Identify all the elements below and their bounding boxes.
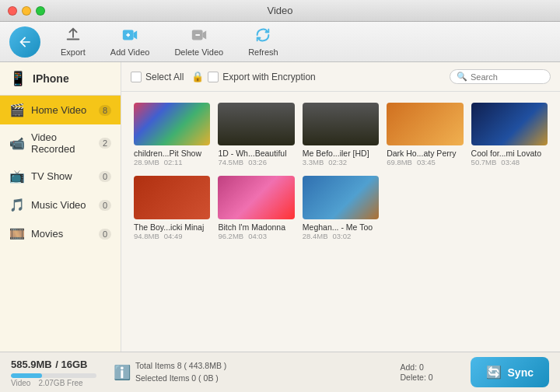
video-thumbnail bbox=[387, 103, 463, 145]
video-meta: 96.2MB04:03 bbox=[218, 232, 294, 240]
video-recorded-count: 2 bbox=[99, 138, 111, 149]
video-grid: children...Pit Show28.9MB02:111D - Wh...… bbox=[121, 92, 560, 352]
add-video-button[interactable]: Add Video bbox=[100, 23, 161, 60]
video-meta: 74.5MB03:26 bbox=[218, 158, 294, 166]
video-meta: 28.4MB03:02 bbox=[303, 232, 379, 240]
status-center: ℹ️ Total Items 8 ( 443.8MB ) Selected It… bbox=[104, 360, 401, 385]
video-item[interactable]: Me Befo...iler [HD]3.3MB02:32 bbox=[303, 103, 379, 166]
close-button[interactable] bbox=[8, 6, 17, 16]
add-count: 0 bbox=[419, 362, 424, 372]
video-item[interactable]: Cool for...mi Lovato50.7MB03:48 bbox=[471, 103, 548, 166]
add-label: Add: bbox=[401, 362, 418, 372]
video-title: Bitch I'm Madonna bbox=[218, 222, 294, 232]
video-title: The Boy...icki Minaj bbox=[134, 222, 210, 232]
music-video-icon: 🎵 bbox=[9, 198, 25, 212]
back-button[interactable] bbox=[9, 26, 40, 58]
sidebar-item-music-video[interactable]: 🎵 Music Video 0 bbox=[0, 191, 121, 219]
add-video-label: Add Video bbox=[110, 47, 150, 57]
video-size: 69.8MB bbox=[387, 158, 412, 166]
export-enc-checkbox[interactable] bbox=[208, 72, 219, 82]
refresh-icon bbox=[254, 26, 271, 46]
video-size: 28.4MB bbox=[303, 232, 328, 240]
video-thumbnail bbox=[471, 103, 548, 145]
sidebar-item-tv-show[interactable]: 📺 TV Show 0 bbox=[0, 162, 121, 191]
video-duration: 02:32 bbox=[328, 158, 347, 166]
select-all-area[interactable]: Select All bbox=[131, 72, 184, 82]
tv-show-label: TV Show bbox=[31, 170, 93, 182]
tv-show-count: 0 bbox=[99, 171, 111, 182]
movies-icon: 🎞️ bbox=[9, 226, 25, 241]
delete-count: 0 bbox=[429, 373, 433, 382]
search-input[interactable] bbox=[471, 72, 544, 82]
export-button[interactable]: Export bbox=[50, 23, 96, 60]
video-title: Dark Ho...aty Perry bbox=[387, 149, 463, 158]
sync-button[interactable]: 🔄 Sync bbox=[471, 357, 549, 387]
storage-used: 585.9MB bbox=[11, 359, 52, 370]
main-area: 📱 IPhone 🎬 Home Video 8 📹 Video Recorded… bbox=[0, 62, 560, 352]
video-meta: 3.3MB02:32 bbox=[303, 158, 379, 166]
video-title: Me Befo...iler [HD] bbox=[303, 149, 379, 158]
video-meta: 50.7MB03:48 bbox=[471, 158, 548, 166]
add-status: Add: 0 bbox=[401, 362, 463, 372]
video-item[interactable]: 1D - Wh...Beautiful74.5MB03:26 bbox=[218, 103, 294, 166]
video-size: 96.2MB bbox=[218, 232, 243, 240]
export-label: Export bbox=[61, 47, 86, 57]
video-meta: 28.9MB02:11 bbox=[134, 158, 210, 166]
content-area: Select All 🔒 Export with Encryption 🔍 ch… bbox=[121, 62, 560, 352]
sidebar-item-home-video[interactable]: 🎬 Home Video 8 bbox=[0, 96, 121, 124]
maximize-button[interactable] bbox=[36, 6, 45, 16]
statusbar: 585.9MB / 16GB Video 2.07GB Free ℹ️ Tota… bbox=[0, 352, 560, 392]
video-size: 50.7MB bbox=[471, 158, 497, 166]
video-meta: 69.8MB03:45 bbox=[387, 158, 463, 166]
video-size: 94.8MB bbox=[134, 232, 159, 240]
refresh-button[interactable]: Refresh bbox=[237, 23, 289, 60]
svg-marker-2 bbox=[134, 31, 138, 40]
music-video-count: 0 bbox=[99, 200, 111, 211]
add-video-icon bbox=[121, 26, 138, 46]
export-encryption-area[interactable]: 🔒 Export with Encryption bbox=[191, 71, 315, 82]
status-right: Add: 0 Delete: 0 bbox=[401, 362, 463, 382]
video-duration: 03:48 bbox=[501, 158, 520, 166]
main-toolbar: Export Add Video Delete Video bbox=[0, 22, 560, 62]
video-size: 74.5MB bbox=[218, 158, 243, 166]
iphone-icon: 📱 bbox=[9, 70, 26, 87]
video-thumbnail bbox=[303, 176, 379, 219]
video-item[interactable]: Dark Ho...aty Perry69.8MB03:45 bbox=[387, 103, 463, 166]
video-title: children...Pit Show bbox=[134, 149, 210, 158]
video-item[interactable]: Meghan... - Me Too28.4MB03:02 bbox=[303, 176, 379, 240]
storage-total: / 16GB bbox=[55, 359, 87, 370]
select-all-checkbox[interactable] bbox=[131, 72, 142, 82]
movies-label: Movies bbox=[31, 228, 93, 240]
storage-bar bbox=[11, 373, 96, 378]
selected-items: Selected Items 0 ( 0B ) bbox=[135, 373, 226, 385]
content-toolbar: Select All 🔒 Export with Encryption 🔍 bbox=[121, 62, 560, 92]
home-video-count: 8 bbox=[99, 105, 111, 116]
sync-icon: 🔄 bbox=[486, 365, 502, 380]
delete-video-label: Delete Video bbox=[174, 47, 223, 57]
window-controls bbox=[8, 6, 45, 16]
video-meta: 94.8MB04:49 bbox=[134, 232, 210, 240]
search-icon: 🔍 bbox=[457, 72, 467, 82]
sidebar-item-movies[interactable]: 🎞️ Movies 0 bbox=[0, 219, 121, 248]
sidebar-item-video-recorded[interactable]: 📹 Video Recorded 2 bbox=[0, 124, 121, 162]
tv-show-icon: 📺 bbox=[9, 169, 25, 184]
video-duration: 03:02 bbox=[333, 232, 352, 240]
minimize-button[interactable] bbox=[22, 6, 31, 16]
video-thumbnail bbox=[134, 103, 210, 145]
video-duration: 03:26 bbox=[248, 158, 267, 166]
info-icon: ℹ️ bbox=[114, 364, 131, 381]
storage-bar-fill bbox=[11, 373, 42, 378]
storage-info: 585.9MB / 16GB Video 2.07GB Free bbox=[11, 357, 104, 387]
delete-video-icon bbox=[191, 26, 208, 46]
video-item[interactable]: Bitch I'm Madonna96.2MB04:03 bbox=[218, 176, 294, 240]
status-text: Total Items 8 ( 443.8MB ) Selected Items… bbox=[135, 360, 226, 385]
movies-count: 0 bbox=[99, 229, 111, 240]
video-item[interactable]: The Boy...icki Minaj94.8MB04:49 bbox=[134, 176, 210, 240]
search-box[interactable]: 🔍 bbox=[450, 69, 551, 84]
music-video-label: Music Video bbox=[31, 199, 93, 211]
window-title: Video bbox=[267, 5, 292, 16]
delete-video-button[interactable]: Delete Video bbox=[163, 23, 234, 60]
video-item[interactable]: children...Pit Show28.9MB02:11 bbox=[134, 103, 210, 166]
device-header: 📱 IPhone bbox=[0, 62, 121, 96]
video-title: 1D - Wh...Beautiful bbox=[218, 149, 294, 158]
